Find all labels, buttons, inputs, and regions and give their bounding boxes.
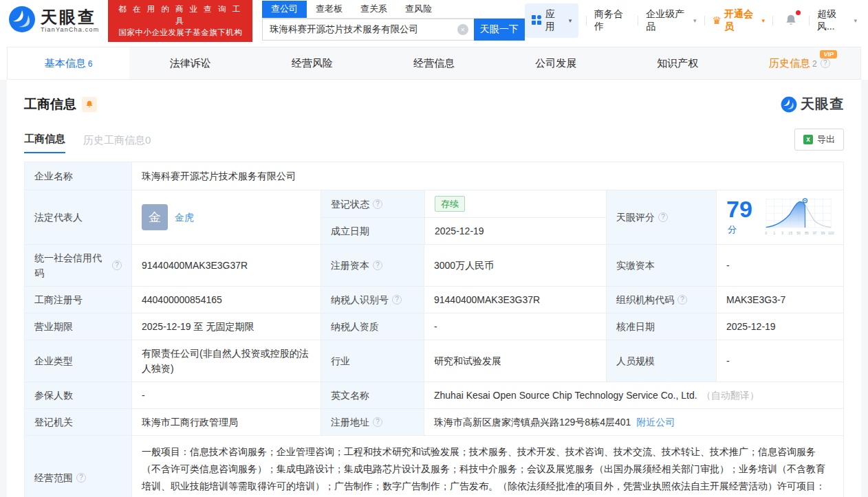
auto-translate-note: （自动翻译） [702,388,759,403]
export-button[interactable]: 导出 [794,129,844,151]
divider [638,16,638,25]
taxpayer-id-value: 91440400MAK3E3G37R [424,287,606,313]
clear-search-icon[interactable] [457,24,468,35]
bell-icon [85,100,94,109]
approval-date-value: 2025-12-19 [716,313,843,340]
help-icon[interactable] [112,261,122,270]
search-input[interactable] [262,19,474,41]
tab-intellectual-property[interactable]: 知识产权 [617,47,739,79]
org-code-value: MAK3E3G3-7 [716,287,843,313]
search-area: 查公司 查老板 查关系 查风险 天眼一下 [262,1,525,41]
top-menu: 应用 商务合作 企业级产品 开通会员 超级风... [525,3,857,38]
english-name-label: 英文名称 [321,382,424,408]
table-row: 参保人数 - 英文名称 Zhuhai Kesai Open Source Chi… [25,382,843,408]
insured-count-value: - [131,382,321,408]
org-code-label: 组织机构代码 [606,287,716,313]
score-label: 天眼评分 [606,190,716,244]
reg-address-text: 珠海市高新区唐家湾镇鼎兴路129号8栋4层401 [434,415,631,430]
business-scope-label-text: 经营范围 [34,470,73,487]
business-cooperation-link[interactable]: 商务合作 [594,8,630,33]
company-name-value: 珠海科赛开源芯片技术服务有限公司 [131,162,843,190]
tianyancha-watermark: 天眼查 [781,95,844,113]
divider [704,16,705,25]
excel-icon [803,135,813,144]
staff-size-value: - [716,340,843,382]
vip-badge: VIP [820,50,837,58]
help-icon[interactable] [373,417,382,427]
subtab-business-info[interactable]: 工商信息 [24,133,65,153]
super-risk-menu[interactable]: 超级风... [817,8,857,33]
help-icon[interactable] [373,261,382,270]
tab-operation-info[interactable]: 经营信息 [373,47,495,79]
business-scope-value: 一般项目：信息技术咨询服务；企业管理咨询；工程和技术研究和试验发展；技术服务、技… [131,436,843,497]
search-tab-company[interactable]: 查公司 [262,1,307,18]
avatar[interactable]: 金 [142,204,168,230]
taxpayer-id-label-text: 纳税人识别号 [331,292,389,307]
reg-authority-label: 登记机关 [25,409,131,435]
search-tab-boss[interactable]: 查老板 [307,1,351,18]
divider [772,16,773,25]
table-row: 营业期限 2025-12-19 至 无固定期限 纳税人资质 - 核准日期 202… [25,313,843,340]
tab-history-info[interactable]: VIP 历史信息 2 [739,47,860,79]
svg-text:50: 50 [796,231,801,235]
tab-intellectual-property-label: 知识产权 [657,57,698,70]
divider [586,16,587,25]
apps-menu[interactable]: 应用 [525,3,578,38]
insured-count-label: 参保人数 [25,382,131,408]
brand-slogan: 都 在 用 的 商 业 查 询 工 具 国家中小企业发展子基金旗下机构 [108,0,252,42]
table-row: 统一社会信用代码 91440400MAK3E3G37R 注册资本 3000万人民… [25,244,843,286]
taxpayer-id-label: 纳税人识别号 [321,287,424,313]
enterprise-products-menu[interactable]: 企业级产品 [646,8,696,33]
score-label-text: 天眼评分 [616,210,655,225]
tianyancha-logo[interactable]: 天眼查 TianYanCha.com [8,5,99,36]
company-nav-tabs: 基本信息 6 法律诉讼 经营风险 经营信息 公司发展 知识产权 VIP 历史信息… [7,47,861,80]
reg-capital-value: 3000万人民币 [424,245,606,286]
establish-date-label: 成立日期 [321,218,424,244]
crown-icon [713,14,721,27]
tab-company-development[interactable]: 公司发展 [495,47,617,79]
tab-legal-litigation[interactable]: 法律诉讼 [129,47,251,79]
svg-text:0: 0 [766,231,768,235]
tab-basic-info[interactable]: 基本信息 6 [8,47,129,79]
subtab-history-count: 0 [145,134,151,146]
english-name-value: Zhuhai Kesai Open Source Chip Technology… [424,382,843,408]
business-info-table: 企业名称 珠海科赛开源芯片技术服务有限公司 法定代表人 金 金虎 登记状态 存续… [24,162,844,497]
logo-name: 天眼查 [41,9,99,25]
help-icon[interactable] [821,58,830,68]
table-row: 经营范围 一般项目：信息技术咨询服务；企业管理咨询；工程和技术研究和试验发展；技… [25,435,843,497]
help-icon[interactable] [76,473,86,483]
nearby-companies-link[interactable]: 附近公司 [636,415,675,430]
svg-text:85: 85 [805,231,809,235]
org-code-label-text: 组织机构代码 [616,292,674,307]
tab-history-info-count: 2 [812,59,817,69]
table-row: 企业类型 有限责任公司(非自然人投资或控股的法人独资) 行业 研究和试验发展 人… [25,340,843,382]
super-risk-label: 超级风... [817,8,851,33]
subscribe-bell-button[interactable] [82,97,97,112]
subtab-history-business-info[interactable]: 历史工商信息0 [83,134,151,153]
help-icon[interactable] [677,295,687,305]
table-row: 登记机关 珠海市工商行政管理局 注册地址 珠海市高新区唐家湾镇鼎兴路129号8栋… [25,408,843,435]
svg-text:100: 100 [828,231,834,235]
export-label: 导出 [817,133,835,146]
help-icon[interactable] [373,199,382,209]
reg-address-label-text: 注册地址 [331,415,369,430]
slogan-line2: 国家中小企业发展子基金旗下机构 [114,27,246,38]
legal-rep-link[interactable]: 金虎 [175,210,194,225]
notification-bell-button[interactable] [783,12,799,30]
search-button[interactable]: 天眼一下 [474,19,525,41]
help-icon[interactable] [392,295,402,305]
tab-legal-litigation-label: 法律诉讼 [170,57,211,70]
search-tab-relation[interactable]: 查关系 [351,1,396,18]
tab-company-development-label: 公司发展 [535,57,576,70]
help-icon[interactable] [658,212,668,222]
search-tab-risk[interactable]: 查风险 [396,1,441,18]
company-name-label: 企业名称 [25,162,131,190]
tab-operation-risk[interactable]: 经营风险 [251,47,373,79]
open-vip-menu[interactable]: 开通会员 [713,8,766,33]
reg-status-value: 存续 [424,190,606,217]
reg-status-label-text: 登记状态 [331,197,369,212]
industry-label: 行业 [321,340,424,382]
business-scope-label: 经营范围 [25,436,131,497]
tianyancha-logo-icon [8,5,36,36]
reg-capital-label: 注册资本 [321,245,424,286]
